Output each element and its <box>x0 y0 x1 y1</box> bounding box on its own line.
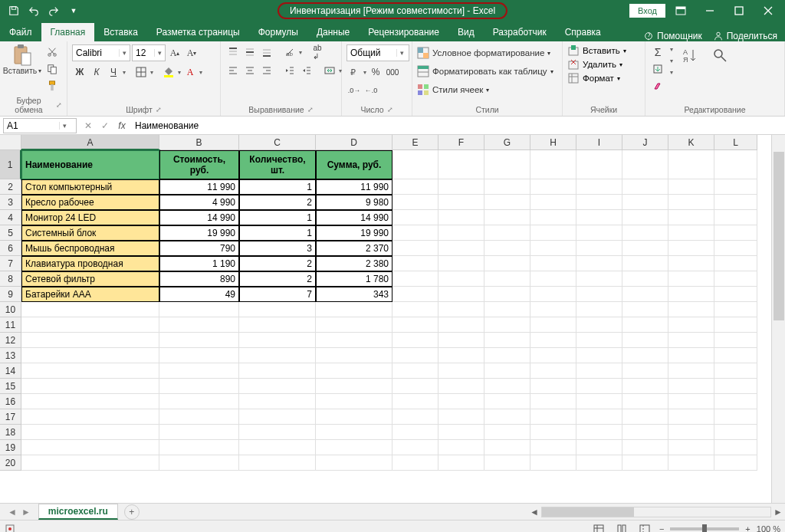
cell[interactable] <box>668 150 714 179</box>
cell[interactable]: 343 <box>316 287 392 302</box>
cell[interactable] <box>622 150 668 179</box>
cell[interactable] <box>239 394 316 409</box>
cell[interactable] <box>576 425 622 440</box>
cell[interactable]: 7 <box>239 287 316 302</box>
cell[interactable] <box>668 195 714 210</box>
cell[interactable] <box>484 455 530 471</box>
zoom-level[interactable]: 100 % <box>757 524 780 533</box>
row-header[interactable]: 16 <box>0 394 21 409</box>
cell[interactable] <box>714 195 757 210</box>
cell[interactable] <box>622 333 668 348</box>
cell[interactable] <box>576 317 622 333</box>
cell[interactable] <box>668 317 714 333</box>
cell[interactable] <box>530 440 576 455</box>
cell[interactable] <box>530 271 576 287</box>
row-header[interactable]: 3 <box>0 195 21 210</box>
underline-button[interactable]: Ч <box>106 64 121 80</box>
cell[interactable] <box>714 302 757 317</box>
cell[interactable] <box>576 409 622 425</box>
align-center-icon[interactable] <box>242 63 258 78</box>
number-format-combo[interactable]: ▾ <box>347 44 409 61</box>
cell[interactable] <box>622 271 668 287</box>
col-header[interactable]: H <box>530 135 576 150</box>
clear-icon[interactable] <box>650 78 665 94</box>
cell[interactable] <box>438 379 484 394</box>
cell[interactable] <box>484 256 530 271</box>
vertical-scrollbar[interactable] <box>771 135 785 503</box>
cell[interactable] <box>316 394 392 409</box>
cell[interactable] <box>714 225 757 241</box>
cell[interactable] <box>438 455 484 471</box>
cell[interactable] <box>392 425 438 440</box>
cell[interactable] <box>316 348 392 363</box>
font-name-combo[interactable]: ▾ <box>72 44 130 61</box>
tab-формулы[interactable]: Формулы <box>249 23 307 41</box>
cell[interactable] <box>392 440 438 455</box>
tab-разработчик[interactable]: Разработчик <box>484 23 556 41</box>
cell[interactable] <box>438 225 484 241</box>
row-header[interactable]: 7 <box>0 256 21 271</box>
cell[interactable] <box>622 210 668 225</box>
cell[interactable] <box>21 317 159 333</box>
percent-icon[interactable]: % <box>368 64 383 80</box>
cell[interactable] <box>622 256 668 271</box>
cell[interactable] <box>530 409 576 425</box>
cell[interactable] <box>21 333 159 348</box>
tell-me[interactable]: Помощник <box>643 31 702 41</box>
cell[interactable] <box>576 348 622 363</box>
cell[interactable] <box>714 363 757 379</box>
align-right-icon[interactable] <box>259 63 274 78</box>
cell[interactable] <box>438 348 484 363</box>
cell[interactable] <box>484 195 530 210</box>
cell[interactable] <box>316 440 392 455</box>
cell[interactable] <box>622 425 668 440</box>
cell[interactable] <box>484 302 530 317</box>
cell[interactable] <box>530 287 576 302</box>
name-box[interactable]: ▾ <box>3 118 77 133</box>
cell[interactable]: Монитор 24 LED <box>21 210 159 225</box>
cell[interactable]: 1 780 <box>316 271 392 287</box>
cell[interactable] <box>438 394 484 409</box>
cell[interactable] <box>484 440 530 455</box>
tab-рецензирование[interactable]: Рецензирование <box>359 23 448 41</box>
cell[interactable] <box>576 394 622 409</box>
formula-input[interactable] <box>130 120 785 131</box>
copy-icon[interactable] <box>44 61 60 77</box>
cell[interactable] <box>392 455 438 471</box>
number-launcher-icon[interactable]: ⤢ <box>387 106 393 113</box>
cell[interactable] <box>622 179 668 195</box>
cell[interactable] <box>316 363 392 379</box>
cell[interactable] <box>438 271 484 287</box>
cell[interactable]: 2 <box>239 256 316 271</box>
cut-icon[interactable] <box>44 44 60 60</box>
wrap-text-icon[interactable]: ab↲ <box>310 44 325 60</box>
align-middle-icon[interactable] <box>242 44 258 60</box>
cell[interactable] <box>484 225 530 241</box>
cell[interactable]: 11 990 <box>159 179 239 195</box>
cell[interactable] <box>714 455 757 471</box>
cell[interactable] <box>392 179 438 195</box>
tab-файл[interactable]: Файл <box>0 23 41 41</box>
cell[interactable] <box>21 409 159 425</box>
cell[interactable] <box>21 440 159 455</box>
cell[interactable]: Стоимость, руб. <box>159 150 239 179</box>
insert-cells-button[interactable]: Вставить▾ <box>567 44 626 57</box>
cell[interactable] <box>239 455 316 471</box>
row-header[interactable]: 5 <box>0 225 21 241</box>
cell[interactable] <box>438 241 484 256</box>
cell[interactable]: 49 <box>159 287 239 302</box>
col-header[interactable]: F <box>438 135 484 150</box>
cell[interactable] <box>392 302 438 317</box>
cell[interactable] <box>159 317 239 333</box>
cell[interactable] <box>484 271 530 287</box>
cell[interactable] <box>576 363 622 379</box>
cell[interactable] <box>484 425 530 440</box>
row-header[interactable]: 19 <box>0 440 21 455</box>
cell[interactable] <box>438 179 484 195</box>
cell[interactable]: Стол компьютерный <box>21 179 159 195</box>
cell[interactable] <box>21 348 159 363</box>
cell[interactable] <box>392 195 438 210</box>
cell[interactable] <box>392 150 438 179</box>
decrease-font-icon[interactable]: A▾ <box>184 45 199 61</box>
cell[interactable] <box>159 455 239 471</box>
